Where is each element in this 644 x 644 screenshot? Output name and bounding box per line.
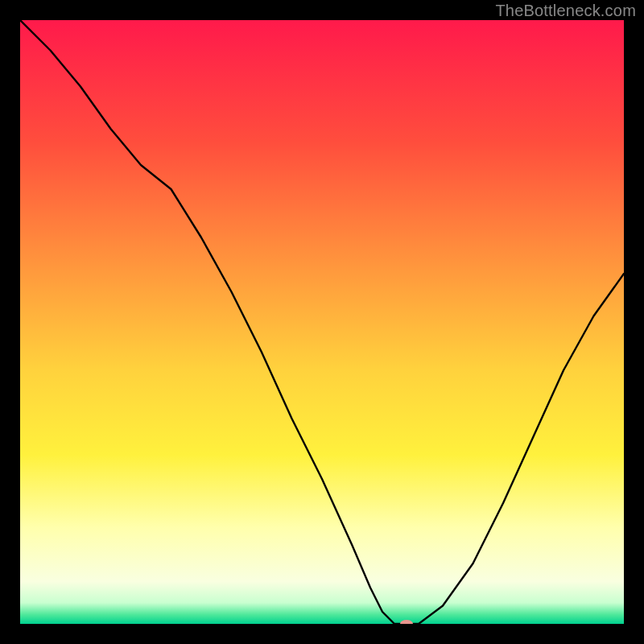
chart-frame: TheBottleneck.com	[0, 0, 644, 644]
chart-background	[20, 20, 624, 624]
bottleneck-chart	[20, 20, 624, 624]
watermark-text: TheBottleneck.com	[495, 2, 636, 20]
